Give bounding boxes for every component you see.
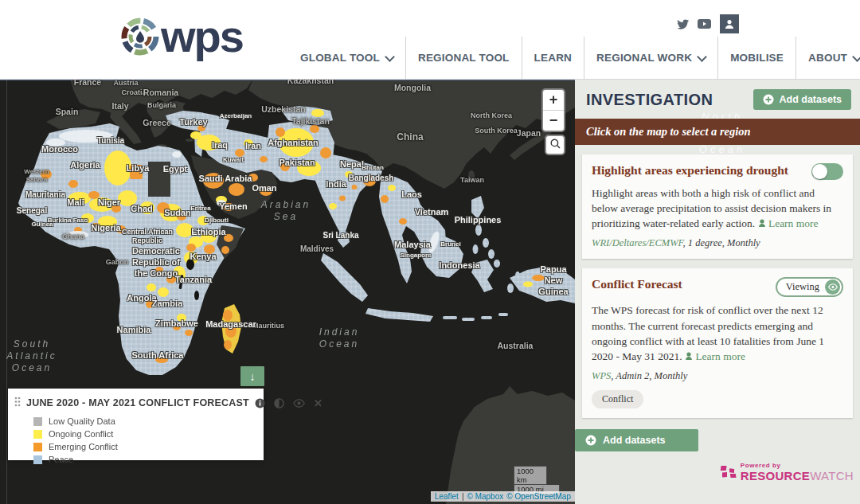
info-icon[interactable] [255,398,265,408]
legend-swatch [33,417,42,426]
legend-label: Peace [49,455,73,464]
legend-label: Low Quality Data [49,416,115,426]
zoom-in-button[interactable]: + [543,90,564,111]
arrow-down-icon: ↓ [250,370,256,383]
legend-item: Emerging Conflict [33,440,254,453]
chevron-down-icon [385,52,395,62]
dataset-tag-conflict[interactable]: Conflict [592,390,643,408]
osm-link[interactable]: © OpenStreetMap [506,492,571,501]
dataset-card-conflict-forecast: Conflict Forecast Viewing The WPS foreca… [582,268,853,418]
wps-logo-text: wps [161,17,243,57]
dataset-title: Conflict Forecast [592,277,682,291]
map-canvas[interactable]: FranceAustriaCroatiaRomaniaBulgariaItaly… [0,79,575,504]
dataset-source-meta: , Admin 2, Monthly [611,370,687,381]
mapbox-link[interactable]: © Mapbox [467,492,504,501]
learn-more-link[interactable]: Learn more [758,217,819,229]
close-icon[interactable]: ✕ [314,397,322,409]
legend-label: Emerging Conflict [49,442,118,451]
drought-toggle[interactable] [811,163,843,180]
resourcewatch-logo[interactable]: Powered by RESOURCEWATCH [719,462,854,482]
wps-logo-icon [119,16,161,57]
investigation-panel: NorthOceanPacificOceanNew Zealand INVEST… [575,79,860,504]
twitter-icon[interactable] [677,19,689,29]
plus-circle-icon [763,94,774,105]
nav-regional-tool[interactable]: REGIONAL TOOL [406,37,522,79]
opacity-icon[interactable] [274,398,284,408]
viewing-toggle-button[interactable]: Viewing [776,277,843,297]
legend-item: Peace [33,453,254,466]
leaflet-link[interactable]: Leaflet [435,492,459,501]
scale-km: 1000 km [514,466,547,485]
chevron-down-icon [852,52,860,62]
dataset-source-link[interactable]: WPS [592,370,611,381]
add-datasets-button-bottom[interactable]: Add datasets [575,429,698,451]
legend-panel: JUNE 2020 - MAY 2021 CONFLICT FORECAST ✕… [8,389,264,460]
map-scale: 1000 km 1000 mi [514,466,560,494]
map-search-button[interactable] [545,135,565,155]
nav-regional-work[interactable]: REGIONAL WORK [584,37,718,79]
plus-circle-icon [585,435,596,446]
nav-learn[interactable]: LEARN [522,37,585,79]
legend-label: Ongoing Conflict [49,429,113,439]
legend-swatch [33,443,42,451]
legend-swatch [33,430,42,439]
resourcewatch-icon [719,463,737,481]
toggle-knob [812,164,827,179]
nav-global-tool[interactable]: GLOBAL TOOL [288,37,406,79]
legend-swatch [33,455,42,464]
user-account-icon[interactable] [720,14,739,33]
eye-icon[interactable] [293,399,305,408]
learn-more-link[interactable]: Learn more [685,350,745,362]
map-instruction-banner: Click on the map to select a region [575,119,860,145]
eye-icon [825,279,840,295]
chevron-down-icon [697,52,707,62]
dataset-source-meta: , 1 degree, Monthly [683,237,760,248]
map-attribution: Leaflet | © Mapbox © OpenStreetMap [431,491,575,502]
dataset-title: Highlight areas experiencing drought [592,163,788,178]
powered-by-label: Powered by [741,462,854,469]
legend-items: Low Quality DataOngoing ConflictEmerging… [33,415,254,466]
wps-logo[interactable]: wps [119,16,243,57]
map-wrap-line [6,79,7,504]
nav-about[interactable]: ABOUT [796,37,860,79]
nav-mobilise[interactable]: MOBILISE [718,37,796,79]
resourcewatch-wordmark: RESOURCEWATCH [741,470,854,482]
social-links [677,14,739,33]
learn-more-icon [758,219,766,227]
youtube-icon[interactable] [698,19,711,29]
zoom-out-button[interactable]: − [543,111,564,131]
dataset-card-drought: Highlight areas experiencing drought Hig… [582,154,853,259]
map-zoom-control: + − [541,88,565,132]
legend-title: JUNE 2020 - MAY 2021 CONFLICT FORECAST [26,397,249,408]
drag-handle-icon[interactable] [14,396,21,410]
learn-more-icon [685,352,693,360]
page-title: INVESTIGATION [586,91,713,109]
search-icon [550,138,561,152]
top-navbar: wps GLOBAL TOOL REGIONAL TOOL LEARN REGI… [0,0,860,80]
legend-item: Low Quality Data [33,415,254,428]
add-datasets-button-top[interactable]: Add datasets [753,89,852,110]
dataset-source-link[interactable]: WRI/Deltares/ECMWF [592,237,683,248]
main-nav: GLOBAL TOOL REGIONAL TOOL LEARN REGIONAL… [288,37,860,79]
legend-collapse-button[interactable]: ↓ [240,366,264,386]
legend-item: Ongoing Conflict [33,428,254,440]
